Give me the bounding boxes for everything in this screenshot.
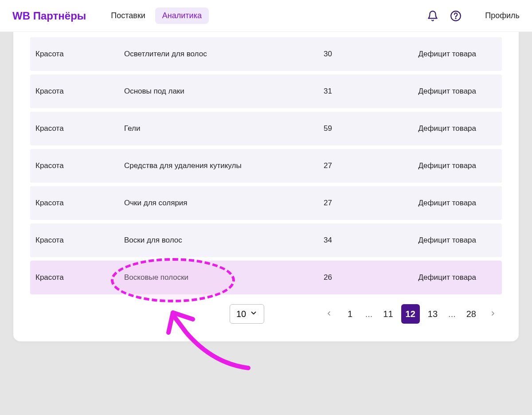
cell-category: Красота bbox=[35, 273, 124, 282]
page-next[interactable] bbox=[484, 304, 502, 324]
cell-count: 59 bbox=[324, 124, 412, 133]
table-row[interactable]: Красота Очки для солярия 27 Дефицит това… bbox=[30, 186, 502, 220]
pagination: 10 1 ... 11 12 13 ... 28 bbox=[30, 304, 502, 324]
profile-link[interactable]: Профиль bbox=[485, 11, 520, 20]
cell-status: Дефицит товара bbox=[412, 50, 497, 59]
cell-count: 30 bbox=[324, 50, 412, 59]
page-size-select[interactable]: 10 bbox=[230, 304, 264, 324]
table-row[interactable]: Красота Осветлители для волос 30 Дефицит… bbox=[30, 37, 502, 71]
cell-count: 31 bbox=[324, 87, 412, 96]
cell-count: 34 bbox=[324, 236, 412, 245]
page-28[interactable]: 28 bbox=[462, 304, 481, 324]
cell-status: Дефицит товара bbox=[412, 236, 497, 245]
cell-name: Средства для удаления кутикулы bbox=[124, 161, 324, 170]
cell-category: Красота bbox=[35, 87, 124, 96]
cell-status: Дефицит товара bbox=[412, 273, 497, 282]
page-size-value: 10 bbox=[236, 309, 246, 319]
cell-status: Дефицит товара bbox=[412, 124, 497, 133]
page-ellipsis: ... bbox=[446, 309, 458, 319]
table-row[interactable]: Красота Средства для удаления кутикулы 2… bbox=[30, 149, 502, 183]
table-row-highlighted[interactable]: Красота Восковые полоски 26 Дефицит това… bbox=[30, 261, 502, 294]
bell-icon[interactable] bbox=[425, 8, 441, 24]
page-11[interactable]: 11 bbox=[379, 304, 397, 324]
cell-name: Очки для солярия bbox=[124, 199, 324, 208]
nav-supplies[interactable]: Поставки bbox=[104, 8, 153, 24]
cell-category: Красота bbox=[35, 236, 124, 245]
cell-name: Восковые полоски bbox=[124, 273, 324, 282]
page-ellipsis: ... bbox=[363, 309, 376, 319]
page-12[interactable]: 12 bbox=[401, 304, 420, 324]
page-13[interactable]: 13 bbox=[423, 304, 442, 324]
page-prev[interactable] bbox=[320, 304, 338, 324]
cell-name: Воски для волос bbox=[124, 236, 324, 245]
cell-category: Красота bbox=[35, 161, 124, 170]
cell-status: Дефицит товара bbox=[412, 199, 497, 208]
cell-category: Красота bbox=[35, 124, 124, 133]
cell-category: Красота bbox=[35, 50, 124, 59]
cell-category: Красота bbox=[35, 199, 124, 208]
help-icon[interactable] bbox=[448, 8, 464, 24]
table-row[interactable]: Красота Гели 59 Дефицит товара bbox=[30, 112, 502, 145]
chevron-down-icon bbox=[250, 309, 258, 319]
cell-count: 27 bbox=[324, 161, 412, 170]
cell-count: 27 bbox=[324, 199, 412, 208]
table-row[interactable]: Красота Воски для волос 34 Дефицит товар… bbox=[30, 223, 502, 257]
analytics-card: Красота Осветлители для волос 30 Дефицит… bbox=[13, 32, 519, 341]
table-row[interactable]: Красота Основы под лаки 31 Дефицит товар… bbox=[30, 74, 502, 108]
logo[interactable]: WB Партнёры bbox=[12, 10, 86, 22]
page-1[interactable]: 1 bbox=[341, 304, 359, 324]
svg-point-1 bbox=[456, 18, 456, 18]
topbar: WB Партнёры Поставки Аналитика Профиль bbox=[0, 0, 532, 32]
cell-count: 26 bbox=[324, 273, 412, 282]
cell-name: Гели bbox=[124, 124, 324, 133]
chevron-right-icon bbox=[489, 309, 497, 319]
cell-name: Основы под лаки bbox=[124, 87, 324, 96]
chevron-left-icon bbox=[325, 309, 332, 319]
table-body: Красота Осветлители для волос 30 Дефицит… bbox=[13, 37, 519, 294]
cell-status: Дефицит товара bbox=[412, 161, 497, 170]
cell-status: Дефицит товара bbox=[412, 87, 497, 96]
cell-name: Осветлители для волос bbox=[124, 50, 324, 59]
nav-analytics[interactable]: Аналитика bbox=[155, 8, 209, 24]
